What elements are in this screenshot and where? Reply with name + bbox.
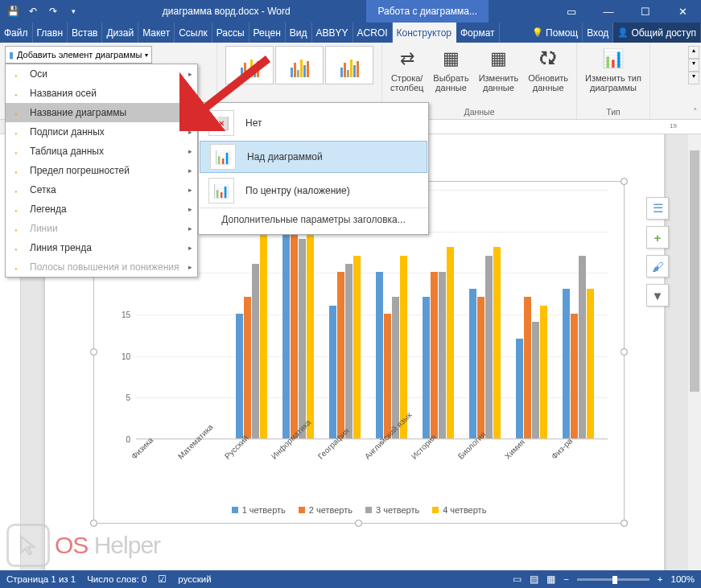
- edit-data-button[interactable]: ▦Изменить данные: [474, 44, 524, 94]
- bar[interactable]: [571, 314, 578, 438]
- bar[interactable]: [516, 339, 523, 438]
- language-indicator[interactable]: русский: [178, 574, 211, 584]
- change-chart-type-button[interactable]: 📊Изменить тип диаграммы: [580, 44, 646, 94]
- tab-design[interactable]: Дизай: [102, 23, 138, 43]
- resize-handle[interactable]: [621, 520, 628, 527]
- tab-review[interactable]: Рецен: [249, 23, 286, 43]
- bar[interactable]: [587, 289, 594, 438]
- menu-item-9[interactable]: ⬪Линия тренда▸: [6, 238, 197, 257]
- bar[interactable]: [524, 297, 531, 438]
- chart-elements-button[interactable]: ☰: [646, 197, 669, 220]
- tab-view[interactable]: Вид: [286, 23, 312, 43]
- tab-home[interactable]: Главн: [33, 23, 68, 43]
- tab-constructor[interactable]: Конструктор: [393, 23, 456, 43]
- switch-row-column-button[interactable]: ⇄Строка/ столбец: [386, 44, 428, 94]
- spellcheck-icon[interactable]: ☑: [158, 574, 167, 585]
- chart-styles-gallery[interactable]: [224, 44, 375, 86]
- scrollbar-thumb[interactable]: [690, 150, 699, 392]
- undo-icon[interactable]: ↶: [23, 2, 43, 21]
- chart-legend[interactable]: 1 четверть2 четверть3 четверть4 четверть: [94, 505, 624, 515]
- bar[interactable]: [392, 297, 399, 438]
- legend-item[interactable]: 4 четверть: [432, 505, 486, 515]
- chart-add-button[interactable]: +: [646, 226, 669, 249]
- bar[interactable]: [469, 289, 476, 438]
- zoom-in-icon[interactable]: +: [658, 574, 663, 584]
- legend-item[interactable]: 2 четверть: [299, 505, 353, 515]
- close-icon[interactable]: ✕: [664, 0, 701, 23]
- zoom-level[interactable]: 100%: [671, 574, 695, 584]
- style-thumbnail[interactable]: [225, 46, 274, 84]
- bar[interactable]: [252, 264, 259, 438]
- bar[interactable]: [447, 247, 454, 438]
- legend-item[interactable]: 1 четверть: [232, 505, 286, 515]
- tab-mailings[interactable]: Рассы: [212, 23, 249, 43]
- tab-format[interactable]: Формат: [456, 23, 500, 43]
- resize-handle[interactable]: [90, 348, 97, 356]
- bar[interactable]: [384, 314, 391, 438]
- tab-help[interactable]: 💡Помощ: [528, 23, 583, 43]
- qat-customize-icon[interactable]: ▾: [64, 2, 83, 21]
- style-thumbnail[interactable]: [275, 46, 324, 84]
- tab-share[interactable]: 👤Общий доступ: [613, 23, 701, 43]
- submenu-none[interactable]: ⬜✕Нет: [199, 106, 428, 140]
- gallery-more-icon[interactable]: ▾: [688, 72, 699, 84]
- web-layout-icon[interactable]: ▦: [546, 574, 555, 585]
- zoom-thumb[interactable]: [612, 576, 617, 584]
- tab-login[interactable]: Вход: [583, 23, 613, 43]
- save-icon[interactable]: 💾: [3, 2, 23, 21]
- page-indicator[interactable]: Страница 1 из 1: [6, 574, 76, 584]
- menu-item-5[interactable]: ⬪Предел погрешностей▸: [6, 161, 197, 180]
- menu-item-2[interactable]: ⬪Название диаграммы▸: [6, 103, 197, 122]
- refresh-data-button[interactable]: 🗘Обновить данные: [523, 44, 573, 94]
- bar[interactable]: [353, 256, 361, 438]
- gallery-up-icon[interactable]: ▴: [688, 46, 699, 59]
- resize-handle[interactable]: [621, 178, 628, 185]
- bar[interactable]: [540, 306, 547, 438]
- menu-item-1[interactable]: ⬪Названия осей▸: [6, 84, 197, 103]
- bar[interactable]: [329, 306, 336, 438]
- bar[interactable]: [423, 297, 430, 438]
- read-mode-icon[interactable]: ▭: [513, 574, 522, 585]
- menu-item-7[interactable]: ⬪Легенда▸: [6, 199, 197, 219]
- context-tab-header[interactable]: Работа с диаграмма...: [366, 0, 489, 23]
- bar[interactable]: [244, 297, 251, 438]
- resize-handle[interactable]: [621, 348, 628, 356]
- legend-item[interactable]: 3 четверть: [365, 505, 419, 515]
- bar[interactable]: [337, 272, 344, 438]
- tab-acrobat[interactable]: ACROI: [353, 23, 393, 43]
- word-count[interactable]: Число слов: 0: [87, 574, 146, 584]
- tab-file[interactable]: Файл: [0, 23, 33, 43]
- menu-item-0[interactable]: ⬪Оси▸: [6, 64, 197, 84]
- zoom-out-icon[interactable]: −: [563, 574, 569, 584]
- submenu-more-options[interactable]: Дополнительные параметры заголовка...: [199, 208, 428, 231]
- print-layout-icon[interactable]: ▤: [530, 574, 538, 585]
- maximize-icon[interactable]: ☐: [627, 0, 664, 23]
- tab-layout[interactable]: Макет: [138, 23, 175, 43]
- tab-references[interactable]: Ссылк: [175, 23, 212, 43]
- gallery-down-icon[interactable]: ▾: [688, 59, 699, 72]
- submenu-centered[interactable]: 📊По центру (наложение): [199, 174, 428, 208]
- vertical-scrollbar[interactable]: [688, 134, 701, 570]
- zoom-slider[interactable]: [577, 578, 649, 581]
- bar[interactable]: [299, 239, 306, 438]
- bar[interactable]: [477, 297, 485, 438]
- bar[interactable]: [579, 256, 586, 438]
- bar[interactable]: [431, 272, 438, 438]
- bar[interactable]: [236, 314, 243, 438]
- bar[interactable]: [493, 247, 501, 438]
- collapse-ribbon-icon[interactable]: ˄: [693, 107, 698, 117]
- select-data-button[interactable]: ▦Выбрать данные: [428, 44, 473, 94]
- tab-insert[interactable]: Встав: [68, 23, 102, 43]
- bar[interactable]: [532, 322, 539, 438]
- minimize-icon[interactable]: —: [590, 0, 627, 23]
- add-chart-element-dropdown[interactable]: ▮ Добавить элемент диаграммы ▾: [5, 46, 152, 64]
- menu-item-6[interactable]: ⬪Сетка▸: [6, 180, 197, 199]
- tab-abbyy[interactable]: ABBYY: [312, 23, 353, 43]
- bar[interactable]: [563, 289, 570, 438]
- submenu-above[interactable]: 📊Над диаграммой: [200, 141, 427, 173]
- style-thumbnail[interactable]: [325, 46, 373, 84]
- bar[interactable]: [485, 256, 493, 438]
- bar[interactable]: [439, 272, 446, 438]
- menu-item-4[interactable]: ⬪Таблица данных▸: [6, 142, 197, 161]
- bar[interactable]: [376, 272, 383, 438]
